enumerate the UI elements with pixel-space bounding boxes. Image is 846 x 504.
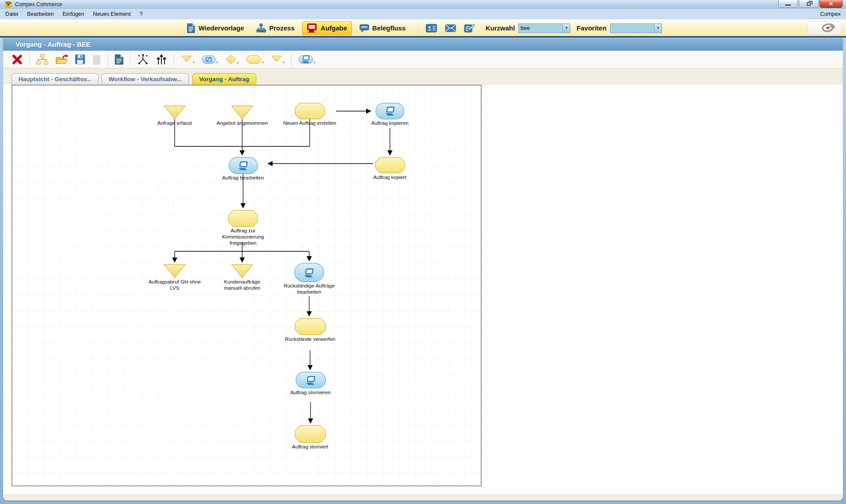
menu-neues-element[interactable]: Neues Element xyxy=(93,11,131,17)
node-state-neuen-auftrag-erstellen[interactable] xyxy=(295,103,325,119)
kurzwahl-dropdown-arrow-icon[interactable]: ▼ xyxy=(562,24,570,33)
delete-trash-button[interactable] xyxy=(89,53,105,66)
node-task-auftrag-stornieren[interactable] xyxy=(296,372,326,388)
restore-icon xyxy=(807,2,811,6)
tab-hauptsicht[interactable]: Hauptsicht - Geschäftsv... xyxy=(11,73,98,85)
tab-strip: Hauptsicht - Geschäftsv... Workflow - Ve… xyxy=(3,68,843,85)
tab-vorgang-auftrag[interactable]: Vorgang - Auftrag xyxy=(192,73,256,85)
favoriten-combo[interactable]: ▼ xyxy=(610,23,662,33)
chevron-down-icon: ▾ xyxy=(314,61,315,64)
save-button[interactable] xyxy=(71,53,89,66)
kurzwahl-label: Kurzwahl xyxy=(486,24,515,32)
node-state-auftrag-storniert[interactable] xyxy=(295,426,326,443)
diagram-canvas[interactable]: Anfrage erfasst Angebot angenommen Neuen… xyxy=(11,85,482,486)
canvas-area: Anfrage erfasst Angebot angenommen Neuen… xyxy=(3,85,843,494)
red-x-icon xyxy=(12,54,22,65)
insert-dialog-tool[interactable]: ▾ xyxy=(198,53,221,66)
menu-einfuegen[interactable]: Einfügen xyxy=(63,11,84,17)
node-state-rueckstaende-verwerfen[interactable] xyxy=(295,318,326,335)
favoriten-label: Favoriten xyxy=(576,24,606,32)
state-octagon-icon xyxy=(246,55,262,64)
dialog-pill-icon xyxy=(202,55,216,64)
close-icon: ✕ xyxy=(829,1,833,7)
favoriten-dropdown-arrow-icon[interactable]: ▼ xyxy=(654,24,662,33)
insert-trigger2-tool[interactable]: ▾ xyxy=(267,53,288,66)
merge-layout-button[interactable] xyxy=(134,52,152,67)
trigger-triangle-icon xyxy=(271,55,282,64)
insert-decision-tool[interactable]: ▾ xyxy=(221,53,242,66)
arrows-up-icon xyxy=(156,54,167,65)
insert-state-tool[interactable]: ▾ xyxy=(242,53,267,66)
node-task-auftrag-kopieren[interactable] xyxy=(376,103,404,119)
task-pill-icon xyxy=(298,55,313,64)
menu-help[interactable]: ? xyxy=(139,11,142,17)
app-logo-icon xyxy=(5,1,11,7)
toolbar-separator xyxy=(29,53,30,66)
kurzwahl-input[interactable] xyxy=(519,24,562,33)
decision-diamond-icon xyxy=(225,54,236,65)
aufgabe-button[interactable]: Aufgabe xyxy=(302,21,352,35)
prozess-button[interactable]: Prozess xyxy=(251,21,299,35)
insert-task-tool[interactable]: ▾ xyxy=(295,53,319,66)
content-frame: Vorgang - Auftrag - BEE xyxy=(3,37,843,500)
wiedervorlage-label: Wiedervorlage xyxy=(198,24,244,32)
node-task-auftrag-bearbeiten[interactable] xyxy=(229,157,258,174)
minimize-icon xyxy=(785,4,791,6)
node-task-rueckstaendige-auftraege[interactable] xyxy=(295,263,324,282)
node-state-kommissionierung-freigegeben[interactable] xyxy=(228,210,258,227)
diagram-svg xyxy=(12,86,481,485)
kurzwahl-combo[interactable]: ▼ xyxy=(518,23,570,33)
view-header: Vorgang - Auftrag - BEE xyxy=(3,37,843,51)
menubar-right-text: Compex xyxy=(820,11,841,17)
address-book-icon xyxy=(426,24,437,33)
notepad-pencil-icon xyxy=(464,24,475,33)
floppy-disk-icon xyxy=(75,54,85,64)
hierarchy-button[interactable] xyxy=(33,52,52,67)
red-monitor-icon xyxy=(307,23,318,33)
chevron-down-icon: ▾ xyxy=(283,61,284,64)
hierarchy-icon xyxy=(36,54,49,65)
title-bar: Compex Commerce ✕ xyxy=(0,0,846,9)
toolbar-separator xyxy=(174,53,174,66)
close-button[interactable]: ✕ xyxy=(820,0,842,8)
contacts-button[interactable] xyxy=(423,22,440,34)
compex-logo-tile xyxy=(807,21,842,35)
chevron-down-icon: ▾ xyxy=(237,61,239,65)
toolbar-separator xyxy=(108,53,108,66)
open-folder-icon xyxy=(56,54,68,65)
wiedervorlage-button[interactable]: Wiedervorlage xyxy=(182,21,249,35)
compex-spiral-logo-icon xyxy=(817,22,838,34)
split-branch-icon xyxy=(137,54,149,65)
toolbar-separator xyxy=(418,22,418,34)
belegfluss-button[interactable]: Belegfluss xyxy=(355,22,411,35)
trigger-triangle-icon xyxy=(181,55,192,64)
diagram-toolbar: ▾ ▾ ▾ ▾ ▾ xyxy=(3,51,843,68)
tab-label: Hauptsicht - Geschäftsv... xyxy=(19,76,91,82)
chevron-down-icon: ▾ xyxy=(262,61,264,64)
aufgabe-label: Aufgabe xyxy=(321,24,347,32)
insert-trigger-tool[interactable]: ▾ xyxy=(177,53,198,66)
envelope-icon xyxy=(445,24,456,32)
speech-flag-icon xyxy=(359,24,369,33)
menu-bar: Datei Bearbeiten Einfügen Neues Element … xyxy=(0,9,846,19)
chevron-down-icon: ▾ xyxy=(216,61,218,64)
properties-document-button[interactable] xyxy=(111,53,127,66)
chevron-down-icon: ▾ xyxy=(193,61,195,64)
document-lines-icon xyxy=(187,23,195,33)
delete-button[interactable] xyxy=(8,53,26,66)
main-toolbar: Wiedervorlage Prozess Aufgabe Belegfluss xyxy=(0,19,846,36)
favoriten-input[interactable] xyxy=(610,24,654,33)
sort-arrows-button[interactable] xyxy=(152,52,171,67)
minimize-button[interactable] xyxy=(778,0,798,8)
restore-button[interactable] xyxy=(799,0,819,8)
notes-button[interactable] xyxy=(461,22,478,34)
mail-button[interactable] xyxy=(442,22,459,34)
toolbar-separator xyxy=(291,53,292,66)
menu-bearbeiten[interactable]: Bearbeiten xyxy=(27,11,53,17)
open-button[interactable] xyxy=(52,53,71,66)
menu-datei[interactable]: Datei xyxy=(5,11,18,17)
node-state-auftrag-kopiert[interactable] xyxy=(375,157,405,173)
tab-label: Workflow - Verkaufsabw... xyxy=(109,76,182,82)
tab-workflow[interactable]: Workflow - Verkaufsabw... xyxy=(101,73,189,85)
grid-background xyxy=(12,86,481,485)
